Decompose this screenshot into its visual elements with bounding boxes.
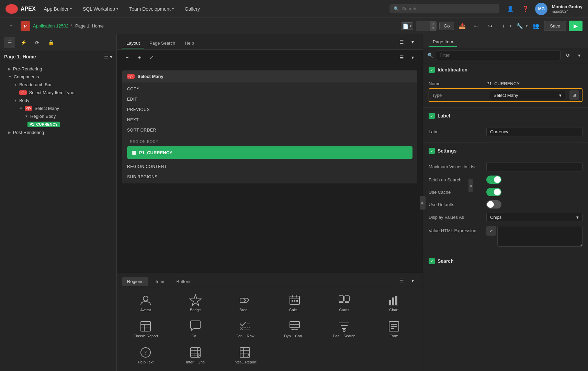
sidebar-tab-lock[interactable]: 🔒 [45,37,56,48]
sidebar-collapse-handle[interactable]: ◀ [468,179,473,192]
p1-currency-region-item[interactable]: ▦ P1_CURRENCY [127,146,412,159]
icon-comment[interactable]: Co... [172,317,219,341]
user-avatar[interactable]: MG [535,3,547,15]
filter-chevron-button[interactable]: ▾ [574,50,584,60]
menu-chevron-icon[interactable]: ▾ [408,37,417,47]
icon-control-row[interactable]: Con... Row [222,317,269,341]
icon-classic-report[interactable]: Classic Report [122,317,169,341]
undo-icon[interactable]: ↩ [471,21,482,32]
menu-item-sub-regions[interactable]: SUB REGIONS [122,172,417,182]
use-cache-toggle[interactable] [486,188,501,196]
tab-page-search[interactable]: Page Search [145,38,179,48]
icon-avatar[interactable]: Avatar [122,291,169,315]
value-html-field-row: Value HTML Expression ⤢ [429,224,583,249]
page-number-up[interactable]: ▲ [430,21,437,26]
nav-sql-workshop[interactable]: SQL Workshop ▾ [80,5,121,13]
sidebar-item-components[interactable]: ▼ Components [0,73,116,81]
menu-item-region-content[interactable]: REGION CONTENT [122,161,417,172]
run-button[interactable]: ▶ [569,21,583,31]
menu-button[interactable]: ☰ [397,37,406,47]
filter-sort-button[interactable]: ⟳ [563,50,573,60]
max-values-input[interactable] [486,162,583,171]
icon-calendar[interactable]: Cale... [271,291,318,315]
expand-button[interactable]: ⤢ [147,53,157,62]
app-label[interactable]: Application 12502 [33,23,68,29]
save-button[interactable]: Save [544,21,566,31]
sidebar-tab-tree[interactable]: ☰ [4,37,15,48]
global-search[interactable]: 🔍 [389,4,499,13]
identification-section-header[interactable]: ✓ Identification [423,63,588,76]
label-section-header[interactable]: ✓ Label [423,109,588,122]
page-number-input-group[interactable]: 1 ▲ ▼ [416,21,437,31]
icon-chart[interactable]: Chart [371,291,418,315]
sidebar-tab-share[interactable]: ⟳ [32,37,43,48]
icon-interactive-report[interactable]: Inter... Report [222,344,269,367]
svg-rect-7 [294,300,295,302]
sidebar-item-select-many[interactable]: ▼ </> Select Many [0,104,116,112]
icon-facet-search[interactable]: Fac... Search [321,317,368,341]
bottom-menu-button[interactable]: ☰ [397,276,406,285]
center-expand-handle[interactable]: ▶ [420,196,426,210]
tab-layout[interactable]: Layout [122,38,144,48]
sidebar-menu-button[interactable]: ☰ ▾ [104,54,112,59]
apex-logo[interactable]: APEX [5,4,36,14]
right-tab-page-item[interactable]: Page Item [429,37,457,47]
filter-input[interactable] [436,50,561,60]
nav-app-builder[interactable]: App Builder ▾ [41,5,75,13]
type-select[interactable]: Select Many ▾ [490,91,565,100]
icon-help-text[interactable]: ? Help Text [122,344,169,367]
menu-item-copy[interactable]: COPY [122,84,417,94]
use-defaults-toggle[interactable] [486,200,501,209]
sidebar-tab-lightning[interactable]: ⚡ [18,37,29,48]
label-field-input[interactable] [486,127,583,136]
wrench-icon[interactable]: 🔧 [514,21,525,32]
zoom-out-button[interactable]: − [122,53,132,62]
menu-item-sort-order[interactable]: SORT ORDER [122,125,417,135]
zoom-in-button[interactable]: + [135,53,144,62]
value-html-expand-button[interactable]: ⤢ [486,226,496,236]
menu-item-next[interactable]: NEXT [122,115,417,125]
sidebar-item-pre-rendering[interactable]: ▶ Pre-Rendering [0,65,116,73]
sidebar-item-region-body[interactable]: ▼ Region Body [0,112,116,120]
value-html-textarea[interactable] [497,226,583,247]
search-input[interactable] [402,6,495,11]
sidebar-item-p1-currency[interactable]: P1_CURRENCY [0,120,116,128]
menu-item-previous[interactable]: PREVIOUS [122,104,417,115]
users-icon[interactable]: 👥 [530,21,541,32]
icon-dynamic[interactable]: Dyn... Con... [271,317,318,341]
nav-gallery[interactable]: Gallery [182,5,203,13]
bottom-tab-items[interactable]: Items [150,277,170,286]
type-expand-button[interactable]: ⊞ [569,90,579,100]
share-icon[interactable]: 📤 [457,21,468,32]
view-chevron-button[interactable]: ▾ [408,53,417,62]
notifications-icon[interactable]: 👤 [505,3,516,14]
icon-form[interactable]: Form [371,317,418,341]
go-button[interactable]: Go [439,22,454,30]
sidebar-item-select-many-item-type[interactable]: </> Select Many Item Type [0,89,116,97]
icon-breadcrumb[interactable]: Brea... [222,291,269,315]
page-number-down[interactable]: ▼ [430,26,437,31]
view-menu-button[interactable]: ☰ [397,53,406,62]
search-section-title: Search [438,258,454,264]
nav-team-development[interactable]: Team Development ▾ [126,5,177,13]
redo-icon[interactable]: ↪ [484,21,495,32]
display-values-select[interactable]: Chips ▾ [486,213,583,222]
back-button[interactable]: ↑ [5,21,16,32]
bottom-tab-buttons[interactable]: Buttons [172,277,196,286]
settings-section-header[interactable]: ✓ Settings [423,144,588,157]
sidebar-item-post-rendering[interactable]: ▶ Post-Rendering [0,128,116,136]
icon-badge[interactable]: Badge [172,291,219,315]
icon-interactive-grid[interactable]: Inter... Grid [172,344,219,367]
tab-help[interactable]: Help [181,38,198,48]
sidebar-item-body[interactable]: ▼ Body [0,97,116,104]
bottom-tab-regions[interactable]: Regions [122,277,148,286]
page-number-input[interactable]: 1 [416,22,430,30]
search-section-header[interactable]: ✓ Search [423,255,588,268]
add-icon[interactable]: + [498,21,509,32]
menu-item-edit[interactable]: EDIT [122,94,417,104]
help-icon[interactable]: ❓ [520,3,531,14]
sidebar-item-breadcrumb-bar[interactable]: ▼ Breadcrumb Bar [0,81,116,89]
icon-cards[interactable]: Cards [321,291,368,315]
bottom-menu-chevron[interactable]: ▾ [408,276,417,285]
fetch-on-search-toggle[interactable] [486,176,501,184]
